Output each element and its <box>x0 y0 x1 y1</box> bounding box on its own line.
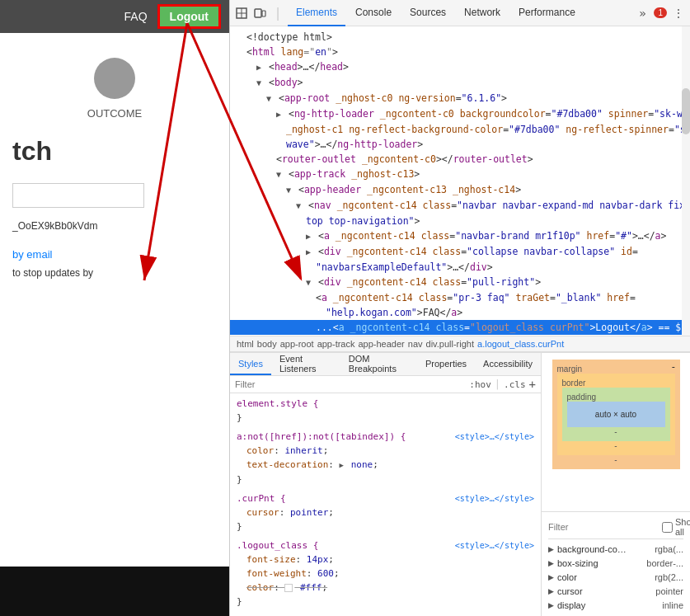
error-badge: 1 <box>654 7 667 18</box>
html-scrollbar[interactable] <box>682 26 690 336</box>
computed-filter: Show all <box>548 515 683 539</box>
style-rule-a-nothref: a:not([href]):not([tabindex]) { <style>…… <box>237 430 534 487</box>
tab-elements[interactable]: Elements <box>288 0 345 26</box>
outcome-label: OUTCOME <box>12 107 217 120</box>
style-rule-curpnt: .curPnt { <style>…</style> cursor: point… <box>237 491 534 534</box>
computed-row-boxsizing: ▶ box-sizing border-... <box>548 557 683 571</box>
bottom-section: Styles Event Listeners DOM Breakpoints P… <box>230 352 690 616</box>
devtools-menu-icon[interactable]: ⋮ <box>670 5 687 21</box>
html-line-pullright[interactable]: ▼ <div _ngcontent-c14 class="pull-right"… <box>230 275 690 290</box>
styles-filter-input[interactable] <box>235 379 466 389</box>
computed-prop-cursor: cursor <box>557 585 583 599</box>
computed-arrow-display[interactable]: ▶ <box>548 599 554 613</box>
computed-filter-input[interactable] <box>548 522 662 532</box>
filter-cls-button[interactable]: .cls <box>504 379 526 390</box>
tab-styles[interactable]: Styles <box>230 353 271 375</box>
computed-val-bg: rgba(... <box>655 543 683 557</box>
webpage-nav: FAQ Logout <box>0 0 229 33</box>
tab-performance[interactable]: Performance <box>510 0 584 26</box>
breadcrumb-divpullright[interactable]: div.pull-right <box>426 339 475 349</box>
breadcrumb-logout[interactable]: a.logout_class.curPnt <box>477 339 564 349</box>
computed-arrow-boxsizing[interactable]: ▶ <box>548 557 554 571</box>
input-box[interactable] <box>12 183 144 208</box>
computed-val-color: rgb(2... <box>655 571 683 585</box>
computed-arrow-color[interactable]: ▶ <box>548 571 554 585</box>
html-line-approot[interactable]: ▼ <app-root _nghost-c0 ng-version="6.1.6… <box>230 91 690 106</box>
computed-arrow-bg[interactable]: ▶ <box>548 543 554 557</box>
computed-arrow-cursor[interactable]: ▶ <box>548 585 554 599</box>
tch-text: tch <box>12 136 217 167</box>
separator: | <box>270 5 286 21</box>
tab-properties[interactable]: Properties <box>417 353 475 375</box>
styles-filter-bar: :hov | .cls + <box>230 376 541 393</box>
html-panel: <!doctype html> <html lang="en"> ▶ <head… <box>230 26 690 336</box>
filter-plus-button[interactable]: + <box>529 378 536 391</box>
html-line-doctype: <!doctype html> <box>230 30 690 45</box>
breadcrumb-html[interactable]: html <box>237 339 254 349</box>
box-margin: margin - border - padding - <box>552 360 680 469</box>
box-model: margin - border - padding - <box>552 360 680 469</box>
style-line-color-strikethrough: color: #fff; <box>237 581 534 595</box>
computed-row-bg: ▶ background-co… rgba(... <box>548 543 683 557</box>
tab-network[interactable]: Network <box>456 0 509 26</box>
webpage-content: OUTCOME tch _OoEX9kBb0kVdm by email to s… <box>0 33 229 295</box>
nav-faq-link[interactable]: FAQ <box>124 10 148 23</box>
breadcrumb-appheader[interactable]: app-header <box>358 339 404 349</box>
tab-dom-breakpoints[interactable]: DOM Breakpoints <box>340 353 417 375</box>
html-line-httploader[interactable]: ▶ <ng-http-loader _ngcontent-c0 backgrou… <box>230 106 690 122</box>
computed-prop-display: display <box>557 599 585 613</box>
nav-logout-button[interactable]: Logout <box>157 4 221 29</box>
box-padding-dash: - <box>672 362 674 371</box>
html-line-logout-highlighted[interactable]: ... <a _ngcontent-c14 class="logout_clas… <box>230 320 690 335</box>
show-all-check[interactable] <box>662 522 673 533</box>
html-line-nav[interactable]: ▼ <nav _ngcontent-c14 class="navbar navb… <box>230 198 690 214</box>
styles-content[interactable]: element.style { } a:not([href]):not([tab… <box>230 393 541 616</box>
computed-val-display: inline <box>662 599 683 613</box>
html-scrollbar-thumb[interactable] <box>682 88 690 134</box>
html-line-faq: <a _ngcontent-c14 class="pr-3 faq" traGe… <box>230 290 690 305</box>
breadcrumb-body[interactable]: body <box>257 339 277 349</box>
devtools-toolbar: | Elements Console Sources Network Perfo… <box>230 0 690 26</box>
breadcrumb-approot[interactable]: app-root <box>280 339 314 349</box>
tab-accessibility[interactable]: Accessibility <box>475 353 541 375</box>
box-model-content: margin - border - padding - <box>542 353 690 511</box>
html-line-apptrack[interactable]: ▼ <app-track _nghost-c13> <box>230 167 690 182</box>
html-line-html: <html lang="en"> <box>230 45 690 59</box>
box-margin-label: margin <box>557 364 583 374</box>
html-content[interactable]: <!doctype html> <html lang="en"> ▶ <head… <box>230 26 690 336</box>
computed-prop-color: color <box>557 571 577 585</box>
tab-console[interactable]: Console <box>347 0 400 26</box>
tab-event-listeners[interactable]: Event Listeners <box>271 353 340 375</box>
breadcrumb-nav[interactable]: nav <box>408 339 423 349</box>
box-content-label: auto × auto <box>595 410 636 419</box>
filter-hov-button[interactable]: :hov <box>469 379 491 390</box>
html-line-navbarbrand[interactable]: ▶ <a _ngcontent-c14 class="navbar-brand … <box>230 228 690 244</box>
html-line-routeroutlet: <router-outlet _ngcontent-c0></router-ou… <box>230 152 690 167</box>
html-line-collapse[interactable]: ▶ <div _ngcontent-c14 class="collapse na… <box>230 244 690 260</box>
show-all-label: Show all <box>675 517 690 537</box>
tab-sources[interactable]: Sources <box>401 0 454 26</box>
toolbar-more: » 1 ⋮ <box>634 5 687 21</box>
by-email-link[interactable]: by email <box>12 248 217 261</box>
computed-section: Show all ▶ background-co… rgba(... ▶ box… <box>542 511 690 616</box>
html-line-httploader2: _nghost-c1 ng-reflect-background-color="… <box>230 122 690 137</box>
box-padding-label: padding <box>567 393 597 402</box>
stop-updates-text: to stop updates by <box>12 267 93 279</box>
computed-row-color: ▶ color rgb(2... <box>548 571 683 585</box>
computed-val-boxsizing: border-... <box>646 557 683 571</box>
style-rule-logout: .logout_class { <style>…</style> font-si… <box>237 538 534 609</box>
style-rule-element: element.style { } <box>237 397 534 425</box>
device-toggle-icon[interactable] <box>251 5 268 21</box>
styles-panel: Styles Event Listeners DOM Breakpoints P… <box>230 353 542 616</box>
more-tabs-icon[interactable]: » <box>634 5 650 21</box>
html-line-body[interactable]: ▼ <body> <box>230 75 690 91</box>
breadcrumb-apptrack[interactable]: app-track <box>317 339 355 349</box>
computed-rows: ▶ background-co… rgba(... ▶ box-sizing b… <box>548 543 683 613</box>
inspect-icon[interactable] <box>233 5 250 21</box>
computed-prop-bg: background-co… <box>557 543 627 557</box>
webpage-panel: FAQ Logout OUTCOME tch _OoEX9kBb0kVdm by… <box>0 0 229 616</box>
show-all-checkbox[interactable]: Show all <box>662 517 690 537</box>
html-line-head[interactable]: ▶ <head>…</head> <box>230 59 690 75</box>
box-content: auto × auto <box>567 402 665 427</box>
html-line-appheader[interactable]: ▼ <app-header _ngcontent-c13 _nghost-c14… <box>230 182 690 198</box>
